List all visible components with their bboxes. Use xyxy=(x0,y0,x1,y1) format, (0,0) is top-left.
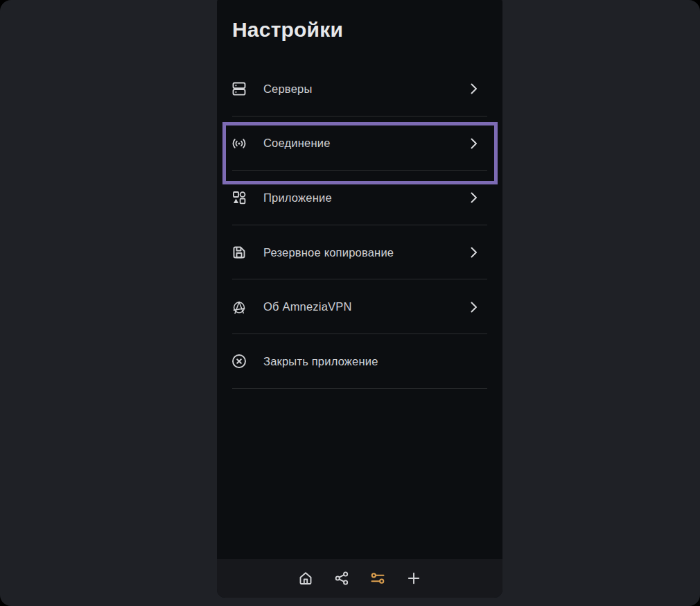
menu-item-about[interactable]: Об AmneziaVPN xyxy=(217,279,502,334)
settings-sliders-icon[interactable] xyxy=(369,570,386,587)
connection-icon xyxy=(231,135,247,152)
close-circle-icon xyxy=(231,353,247,370)
chevron-right-icon xyxy=(465,299,482,315)
menu-item-label: Об AmneziaVPN xyxy=(263,300,465,313)
menu-item-servers[interactable]: Серверы xyxy=(217,62,502,116)
chevron-right-icon xyxy=(465,80,482,97)
home-icon[interactable] xyxy=(297,570,314,587)
menu-item-quit[interactable]: Закрыть приложение xyxy=(217,334,502,389)
plus-icon[interactable] xyxy=(405,570,422,587)
chevron-right-icon xyxy=(465,135,482,152)
bottom-tab-bar xyxy=(217,559,502,598)
amnezia-logo-icon xyxy=(231,299,247,315)
menu-item-label: Серверы xyxy=(263,83,465,96)
divider xyxy=(232,388,487,389)
share-icon[interactable] xyxy=(333,570,350,587)
menu-item-label: Приложение xyxy=(263,191,465,205)
menu-item-connection[interactable]: Соединение xyxy=(217,116,502,171)
app-window: Настройки Серверы xyxy=(0,0,700,606)
menu-item-label: Закрыть приложение xyxy=(263,355,482,368)
apps-icon xyxy=(231,189,247,206)
backup-icon xyxy=(231,244,247,261)
settings-panel: Настройки Серверы xyxy=(217,0,502,598)
chevron-right-icon xyxy=(465,189,482,206)
settings-menu: Серверы Со xyxy=(217,62,502,389)
chevron-right-icon xyxy=(465,244,482,261)
servers-icon xyxy=(231,80,247,97)
menu-item-label: Резервное копирование xyxy=(263,246,465,259)
menu-item-backup[interactable]: Резервное копирование xyxy=(217,225,502,280)
page-title: Настройки xyxy=(217,0,502,62)
menu-item-label: Соединение xyxy=(263,137,465,150)
menu-item-application[interactable]: Приложение xyxy=(217,171,502,225)
